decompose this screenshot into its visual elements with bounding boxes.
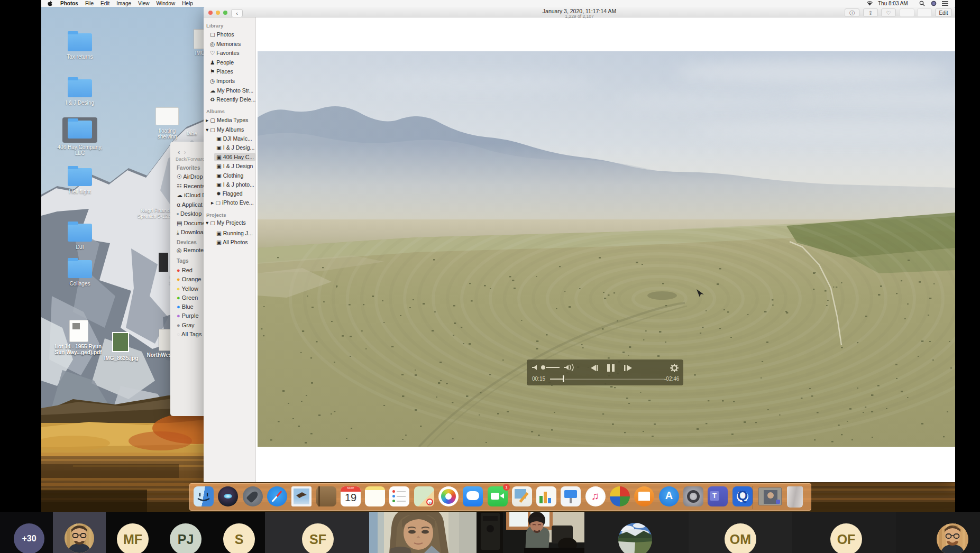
svg-text:-02:46: -02:46	[664, 376, 680, 382]
svg-text:00:15: 00:15	[532, 376, 545, 382]
